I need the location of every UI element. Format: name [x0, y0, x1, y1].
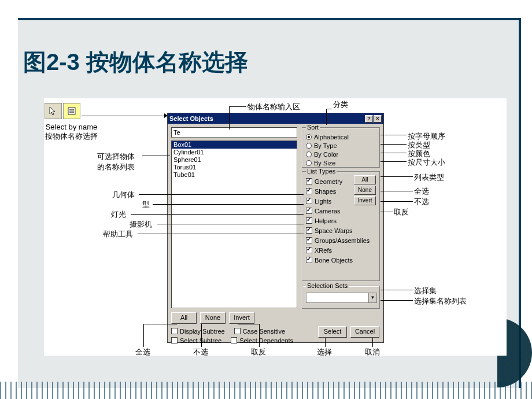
type-space-warps[interactable]: Space Warps	[306, 226, 376, 235]
help-button[interactable]: ?	[365, 115, 373, 123]
radio-icon	[306, 143, 312, 149]
ruler-decoration	[0, 382, 532, 399]
callout-cameras: 摄影机	[130, 219, 152, 230]
close-button[interactable]: ×	[374, 115, 382, 123]
list-types-legend: List Types	[306, 168, 337, 175]
name-search-input[interactable]	[171, 127, 297, 138]
callout-b-cancel: 取消	[365, 347, 380, 357]
select-objects-dialog: Select Objects ? × Box01 Cylinder01 Sphe…	[167, 113, 384, 343]
slide-title: 图2-3 按物体名称选择	[23, 46, 248, 78]
none-button[interactable]: None	[200, 312, 226, 324]
list-item[interactable]: Cylinder01	[172, 149, 297, 156]
sort-by-type[interactable]: By Type	[306, 141, 376, 150]
select-object-button[interactable]	[45, 103, 62, 119]
cancel-button[interactable]: Cancel	[350, 326, 379, 338]
type-bone-objects[interactable]: Bone Objects	[306, 255, 376, 265]
checkbox-icon	[306, 247, 312, 253]
checkbox-icon	[306, 237, 312, 243]
radio-icon	[306, 152, 312, 157]
checkbox-icon	[171, 328, 178, 334]
sort-alphabetical[interactable]: Alphabetical	[306, 132, 376, 141]
toolbar	[45, 103, 80, 119]
callout-select-by-name: Select by name 按物体名称选择	[45, 123, 98, 142]
dialog-title: Select Objects	[169, 115, 213, 122]
callout-sort: 分类	[333, 99, 348, 110]
callout-b-none: 不选	[193, 347, 208, 357]
display-subtree-checkbox[interactable]: Display Subtree	[171, 326, 225, 336]
checkbox-icon	[306, 217, 312, 224]
list-icon	[66, 106, 77, 116]
callout-helpers: 帮助工具	[103, 229, 133, 239]
list-item[interactable]: Tube01	[172, 171, 297, 179]
chevron-down-icon: ▼	[368, 293, 376, 302]
checkbox-icon	[306, 178, 312, 184]
checkbox-icon	[306, 257, 312, 263]
list-item[interactable]: Sphere01	[172, 156, 297, 164]
checkbox-icon	[234, 328, 241, 334]
selection-sets-group: Selection Sets ▼	[302, 286, 380, 309]
checkbox-icon	[306, 198, 312, 204]
list-item[interactable]: Box01	[172, 141, 297, 149]
radio-icon	[306, 134, 312, 140]
callout-selsets: 选择集	[414, 286, 437, 296]
type-xrefs[interactable]: XRefs	[306, 245, 376, 255]
type-cameras[interactable]: Cameras	[306, 206, 376, 216]
list-types-none-button[interactable]: None	[354, 186, 376, 195]
list-types-group: List Types Geometry Shapes Lights Camera…	[302, 171, 380, 281]
sort-by-color[interactable]: By Color	[306, 150, 376, 158]
type-helpers[interactable]: Helpers	[306, 216, 376, 226]
callout-all: 全选	[414, 186, 429, 197]
checkbox-icon	[231, 337, 237, 343]
select-dependents-checkbox[interactable]: Select Dependents	[231, 335, 293, 345]
callout-shapes: 型	[142, 200, 150, 210]
callout-lights: 灯光	[111, 209, 126, 220]
callout-none: 不选	[414, 197, 429, 207]
callout-bysize: 按尺寸大小	[408, 157, 445, 168]
figure-area: Select Objects ? × Box01 Cylinder01 Sphe…	[44, 98, 507, 356]
selection-sets-combo[interactable]: ▼	[306, 293, 377, 303]
all-button[interactable]: All	[171, 312, 197, 324]
radio-icon	[306, 160, 312, 166]
invert-button[interactable]: Invert	[229, 312, 254, 324]
sort-legend: Sort	[306, 124, 320, 131]
sort-group: Sort Alphabetical By Type By Color By Si…	[302, 127, 380, 168]
select-button[interactable]: Select	[318, 326, 347, 338]
checkbox-icon	[306, 208, 312, 214]
checkbox-icon	[306, 188, 312, 194]
callout-geometry: 几何体	[112, 190, 135, 200]
checkbox-icon	[171, 337, 178, 343]
callout-invert: 取反	[394, 207, 409, 217]
select-subtree-checkbox[interactable]: Select Subtree	[171, 335, 221, 345]
cursor-icon	[48, 106, 58, 116]
checkbox-icon	[306, 227, 312, 234]
callout-b-invert: 取反	[251, 347, 266, 357]
selection-sets-legend: Selection Sets	[306, 282, 349, 289]
callout-list-names: 可选择物体 的名称列表	[97, 152, 135, 172]
dialog-titlebar[interactable]: Select Objects ? ×	[168, 113, 383, 124]
object-name-list[interactable]: Box01 Cylinder01 Sphere01 Torus01 Tube01	[171, 141, 297, 308]
callout-b-all: 全选	[135, 347, 150, 357]
type-groups[interactable]: Groups/Assemblies	[306, 235, 376, 245]
select-by-name-button[interactable]	[63, 103, 80, 119]
callout-selsets-list: 选择集名称列表	[414, 296, 467, 306]
list-types-all-button[interactable]: All	[354, 175, 376, 184]
callout-name-input: 物体名称输入区	[247, 102, 300, 112]
list-types-invert-button[interactable]: Invert	[354, 196, 376, 205]
sort-by-size[interactable]: By Size	[306, 158, 376, 167]
callout-list-types: 列表类型	[414, 172, 444, 183]
callout-b-select: 选择	[317, 347, 332, 357]
list-item[interactable]: Torus01	[172, 164, 297, 171]
